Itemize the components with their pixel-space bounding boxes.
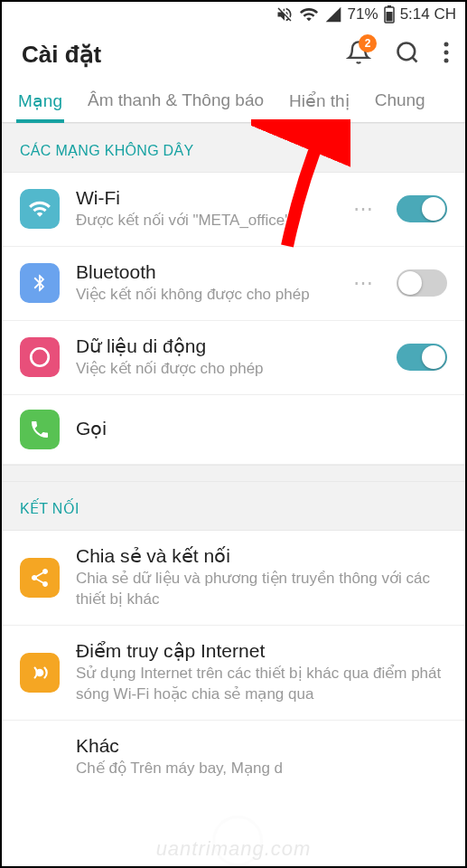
header-actions: 2 xyxy=(346,40,449,69)
wifi-more[interactable]: ⋯ xyxy=(348,197,380,221)
status-time: 5:14 CH xyxy=(400,5,456,24)
item-wifi[interactable]: Wi-Fi Được kết nối với "META_office" ⋯ xyxy=(2,173,465,247)
mobile-data-item-icon xyxy=(20,337,60,377)
tab-sound-notif[interactable]: Âm thanh & Thông báo xyxy=(75,81,276,122)
item-mobile-data[interactable]: Dữ liệu di động Việc kết nối được cho ph… xyxy=(2,321,465,395)
svg-rect-1 xyxy=(388,5,391,7)
item-share-connect[interactable]: Chia sẻ và kết nối Chia sẻ dữ liệu và ph… xyxy=(2,531,465,626)
page-title: Cài đặt xyxy=(22,41,101,69)
search-button[interactable] xyxy=(395,40,420,69)
hotspot-item-icon xyxy=(20,653,60,693)
bluetooth-sub: Việc kết nối không được cho phép xyxy=(76,285,332,306)
bluetooth-item-icon xyxy=(20,263,60,303)
tab-network[interactable]: Mạng xyxy=(5,81,75,122)
item-call[interactable]: Gọi xyxy=(2,395,465,465)
share-item-icon xyxy=(20,558,60,598)
status-bar: 71% 5:14 CH xyxy=(2,2,465,27)
section-spacer xyxy=(2,465,465,481)
signal-icon xyxy=(324,5,342,24)
mobile-data-sub: Việc kết nối được cho phép xyxy=(76,359,380,380)
bluetooth-more[interactable]: ⋯ xyxy=(348,271,380,295)
call-title: Gọi xyxy=(76,418,447,439)
bluetooth-title: Bluetooth xyxy=(76,261,332,283)
svg-rect-2 xyxy=(386,12,392,22)
wifi-icon xyxy=(299,5,319,24)
more-menu-button[interactable] xyxy=(444,41,449,68)
hotspot-sub: Sử dụng Internet trên các thiết bị khác … xyxy=(76,664,447,705)
svg-point-6 xyxy=(444,59,449,63)
tab-display[interactable]: Hiển thị xyxy=(276,81,362,122)
bluetooth-toggle[interactable] xyxy=(397,269,447,297)
other-item-icon xyxy=(20,737,60,777)
header: Cài đặt 2 xyxy=(2,27,465,81)
wifi-item-icon xyxy=(20,189,60,229)
svg-point-4 xyxy=(444,42,449,47)
svg-point-5 xyxy=(444,51,449,55)
hotspot-title: Điểm truy cập Internet xyxy=(76,640,447,662)
mute-icon xyxy=(276,5,294,24)
item-other[interactable]: Khác Chế độ Trên máy bay, Mạng d xyxy=(2,721,465,779)
svg-point-3 xyxy=(398,43,416,61)
tab-general[interactable]: Chung xyxy=(362,81,438,122)
mobile-data-toggle[interactable] xyxy=(397,344,447,371)
watermark: uantrimang.com xyxy=(156,837,312,861)
notifications-button[interactable]: 2 xyxy=(346,40,371,69)
other-sub: Chế độ Trên máy bay, Mạng d xyxy=(76,759,447,779)
item-hotspot[interactable]: Điểm truy cập Internet Sử dụng Internet … xyxy=(2,626,465,721)
section-wireless-header: CÁC MẠNG KHÔNG DÂY xyxy=(2,123,465,173)
call-item-icon xyxy=(20,410,60,449)
notif-badge: 2 xyxy=(359,34,377,52)
mobile-data-title: Dữ liệu di động xyxy=(76,335,380,357)
share-sub: Chia sẻ dữ liệu và phương tiện truyền th… xyxy=(76,569,447,610)
wifi-title: Wi-Fi xyxy=(76,187,332,209)
battery-pct: 71% xyxy=(348,5,378,24)
share-title: Chia sẻ và kết nối xyxy=(76,545,447,567)
svg-point-7 xyxy=(31,349,49,367)
tabs: Mạng Âm thanh & Thông báo Hiển thị Chung xyxy=(2,81,465,123)
wifi-toggle[interactable] xyxy=(397,195,447,222)
wifi-sub: Được kết nối với "META_office" xyxy=(76,211,332,231)
battery-icon xyxy=(384,5,395,24)
other-title: Khác xyxy=(76,735,447,757)
section-connect-header: KẾT NỐI xyxy=(2,481,465,531)
item-bluetooth[interactable]: Bluetooth Việc kết nối không được cho ph… xyxy=(2,247,465,321)
